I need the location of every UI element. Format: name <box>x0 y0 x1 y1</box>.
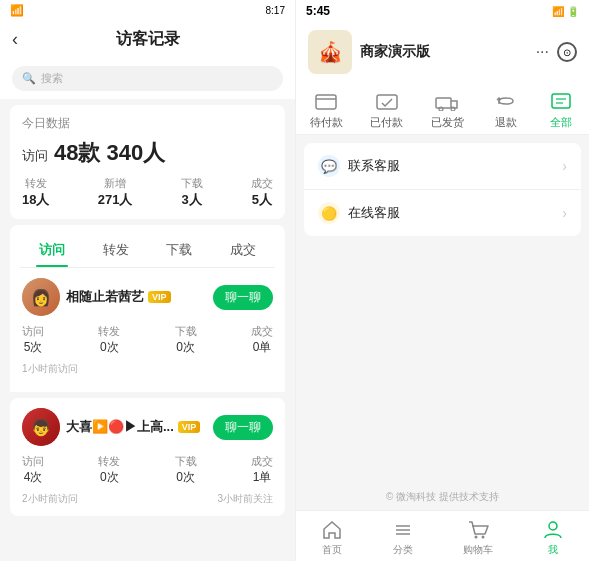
nav-item-category[interactable]: 分类 <box>392 519 414 557</box>
svg-point-5 <box>451 107 455 111</box>
wifi-icon: 📶 <box>552 6 564 17</box>
visitor-name-row-1: 相随止若茜艺 VIP <box>66 288 171 306</box>
battery-info: 8:17 <box>266 5 285 16</box>
visitor-header-1: 👩 相随止若茜艺 VIP 聊一聊 <box>22 278 273 316</box>
order-tab-refund[interactable]: 退款 <box>492 90 520 130</box>
service-item-online[interactable]: 🟡 在线客服 › <box>304 189 581 236</box>
shop-header: 🎪 商家演示版 ··· ⊙ <box>296 22 589 82</box>
search-input[interactable]: 🔍 搜索 <box>12 66 283 91</box>
stat-forward-value: 18人 <box>22 191 49 209</box>
me-icon <box>542 519 564 541</box>
visitor-name-2: 大喜▶️🔴▶上高... <box>66 418 174 436</box>
stat-download-value: 3人 <box>181 191 203 209</box>
avatar-1: 👩 <box>22 278 60 316</box>
v-stat-deal-1: 成交 0单 <box>251 324 273 356</box>
service-section: 💬 联系客服 › 🟡 在线客服 › <box>304 143 581 236</box>
visitor-name-1: 相随止若茜艺 <box>66 288 144 306</box>
search-bar: 🔍 搜索 <box>0 58 295 99</box>
service-left-contact: 💬 联系客服 <box>318 155 400 177</box>
v-stat-forward-2: 转发 0次 <box>98 454 120 486</box>
paid-icon <box>373 90 401 112</box>
footer-credit: © 微淘科技 提供技术支持 <box>296 484 589 510</box>
svg-point-14 <box>549 522 557 530</box>
order-tab-refund-label: 退款 <box>495 115 517 130</box>
dot-menu-button[interactable]: ··· <box>536 43 549 61</box>
visitor-stats-1: 访问 5次 转发 0次 下载 0次 成交 0单 <box>22 324 273 356</box>
visitor-card-1: 👩 相随止若茜艺 VIP 聊一聊 访问 5次 转 <box>10 268 285 386</box>
order-tab-paid[interactable]: 已付款 <box>370 90 403 130</box>
signal-icon: 📶 <box>10 4 24 17</box>
chat-button-1[interactable]: 聊一聊 <box>213 285 273 310</box>
home-icon <box>321 519 343 541</box>
stat-deal-label: 成交 <box>251 176 273 191</box>
stat-new: 新增 271人 <box>98 176 133 209</box>
order-tab-pending-pay[interactable]: 待付款 <box>310 90 343 130</box>
visitor-time-1: 1小时前访问 <box>22 362 273 376</box>
order-tab-pending-pay-label: 待付款 <box>310 115 343 130</box>
credit-text: © 微淘科技 提供技术支持 <box>386 491 499 502</box>
visitor-card-2: 👦 大喜▶️🔴▶上高... VIP 聊一聊 访问 4次 转发 0次 <box>10 398 285 516</box>
tab-download[interactable]: 下载 <box>148 231 212 267</box>
vip-badge-1: VIP <box>148 291 171 303</box>
nav-item-cart[interactable]: 购物车 <box>463 519 493 557</box>
online-service-label: 在线客服 <box>348 204 400 222</box>
stat-download: 下载 3人 <box>181 176 203 209</box>
stat-forward-label: 转发 <box>22 176 49 191</box>
tabs-container: 访问 转发 下载 成交 👩 相随止若茜艺 VIP <box>10 225 285 392</box>
today-label: 今日数据 <box>22 115 273 132</box>
chevron-right-online: › <box>562 205 567 221</box>
svg-rect-6 <box>552 94 570 108</box>
camera-button[interactable]: ⊙ <box>557 42 577 62</box>
v-stat-visit-1: 访问 5次 <box>22 324 44 356</box>
stat-deal-value: 5人 <box>251 191 273 209</box>
nav-me-label: 我 <box>548 543 558 557</box>
stat-new-value: 271人 <box>98 191 133 209</box>
service-left-online: 🟡 在线客服 <box>318 202 400 224</box>
search-icon: 🔍 <box>22 72 36 85</box>
v-stat-deal-2: 成交 1单 <box>251 454 273 486</box>
nav-category-label: 分类 <box>393 543 413 557</box>
content-area <box>296 236 589 484</box>
header-right-icons: ··· ⊙ <box>536 42 577 62</box>
nav-item-me[interactable]: 我 <box>542 519 564 557</box>
stats-row: 转发 18人 新增 271人 下载 3人 成交 5人 <box>22 176 273 209</box>
order-tab-paid-label: 已付款 <box>370 115 403 130</box>
tab-forward[interactable]: 转发 <box>84 231 148 267</box>
svg-point-12 <box>475 536 478 539</box>
search-placeholder: 搜索 <box>41 71 63 86</box>
stat-deal: 成交 5人 <box>251 176 273 209</box>
order-tab-all[interactable]: 全部 <box>547 90 575 130</box>
tab-deal[interactable]: 成交 <box>211 231 275 267</box>
contact-service-label: 联系客服 <box>348 157 400 175</box>
v-stat-download-2: 下载 0次 <box>175 454 197 486</box>
svg-point-13 <box>482 536 485 539</box>
right-panel: 5:45 📶 🔋 🎪 商家演示版 ··· ⊙ 待付款 <box>295 0 589 561</box>
battery-icon: 🔋 <box>567 6 579 17</box>
chat-button-2[interactable]: 聊一聊 <box>213 415 273 440</box>
shop-logo: 🎪 <box>308 30 352 74</box>
order-tab-shipped[interactable]: 已发货 <box>431 90 464 130</box>
nav-item-home[interactable]: 首页 <box>321 519 343 557</box>
visit-row: 访问 48款 340人 <box>22 138 273 168</box>
back-button[interactable]: ‹ <box>12 29 18 50</box>
stat-download-label: 下载 <box>181 176 203 191</box>
tabs-row: 访问 转发 下载 成交 <box>20 231 275 268</box>
visitor-name-wrap-2: 大喜▶️🔴▶上高... VIP <box>66 418 200 436</box>
svg-point-4 <box>439 107 443 111</box>
pending-pay-icon <box>312 90 340 112</box>
tab-visit[interactable]: 访问 <box>20 231 84 267</box>
svg-rect-0 <box>316 95 336 109</box>
online-service-icon: 🟡 <box>318 202 340 224</box>
page-title: 访客记录 <box>116 29 180 50</box>
service-item-contact[interactable]: 💬 联系客服 › <box>304 143 581 189</box>
refund-icon <box>492 90 520 112</box>
order-tabs: 待付款 已付款 已发货 <box>296 82 589 135</box>
order-tab-all-label: 全部 <box>550 115 572 130</box>
cart-icon <box>467 519 489 541</box>
header-left: ‹ 访客记录 <box>0 21 295 58</box>
nav-cart-label: 购物车 <box>463 543 493 557</box>
order-tab-shipped-label: 已发货 <box>431 115 464 130</box>
v-stat-download-1: 下载 0次 <box>175 324 197 356</box>
visit-count2: 340人 <box>106 138 165 168</box>
visitor-time-2: 2小时前访问 3小时前关注 <box>22 492 273 506</box>
